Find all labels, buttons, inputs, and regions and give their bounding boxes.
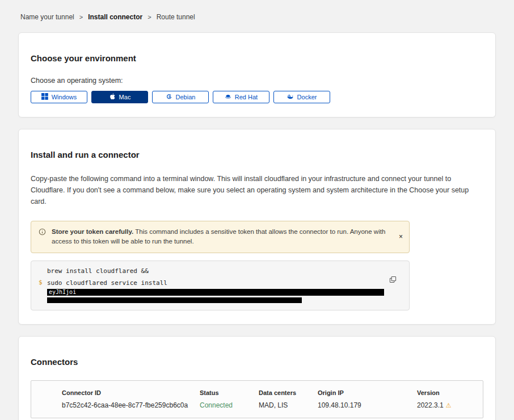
os-button-label: Red Hat <box>235 94 258 100</box>
breadcrumb-step-install-connector[interactable]: Install connector <box>88 13 142 21</box>
windows-icon <box>41 93 48 101</box>
breadcrumb-step-route-tunnel[interactable]: Route tunnel <box>157 13 195 21</box>
column-header-connector-id: Connector ID <box>62 389 200 396</box>
connectors-card-title: Connectors <box>31 357 483 367</box>
connectors-card: Connectors Connector ID b7c52c42-6caa-48… <box>18 336 496 420</box>
install-card-title: Install and run a connector <box>31 150 483 159</box>
version-warning-icon: ⚠ <box>446 402 452 409</box>
copy-icon[interactable] <box>389 276 397 285</box>
os-button-docker[interactable]: Docker <box>273 91 330 103</box>
os-button-redhat[interactable]: Red Hat <box>213 91 269 103</box>
origin-ip-value: 109.48.10.179 <box>318 401 417 409</box>
breadcrumb-separator: > <box>79 14 83 20</box>
token-prefix: eyJhIjoi <box>49 289 76 295</box>
shell-prompt: $ <box>39 279 43 286</box>
code-line-1: brew install cloudflared && <box>47 267 383 275</box>
os-button-mac[interactable]: Mac <box>91 91 148 103</box>
cell-connector-id: Connector ID b7c52c42-6caa-48ee-8c77-fbe… <box>62 389 200 409</box>
breadcrumb: Name your tunnel > Install connector > R… <box>0 0 514 21</box>
code-line-2: sudo cloudflared service install <box>47 279 383 287</box>
install-connector-card: Install and run a connector Copy-paste t… <box>18 129 496 325</box>
breadcrumb-separator: > <box>148 14 151 20</box>
os-button-label: Docker <box>297 94 317 100</box>
cell-version: Version 2022.3.1⚠ <box>417 389 477 409</box>
install-command-codeblock: $ brew install cloudflared && sudo cloud… <box>31 261 410 310</box>
cell-status: Status Connected <box>200 389 259 409</box>
os-button-windows[interactable]: Windows <box>31 91 87 103</box>
install-description: Copy-paste the following command into a … <box>31 173 483 207</box>
close-icon[interactable]: × <box>398 232 404 241</box>
os-button-label: Debian <box>176 94 196 100</box>
page: Name your tunnel > Install connector > R… <box>0 0 514 420</box>
column-header-version: Version <box>417 389 477 396</box>
cell-data-centers: Data centers MAD, LIS <box>259 389 318 409</box>
column-header-data-centers: Data centers <box>259 389 318 396</box>
os-button-label: Mac <box>119 94 131 100</box>
warning-message: Store your token carefully. This command… <box>52 227 387 247</box>
redacted-token-bar <box>47 297 302 303</box>
info-icon <box>39 228 46 238</box>
column-header-status: Status <box>200 389 259 396</box>
docker-icon <box>287 93 294 101</box>
debian-icon <box>166 93 172 101</box>
token-redacted: eyJhIjoi <box>47 289 384 296</box>
apple-icon <box>109 93 116 101</box>
version-value: 2022.3.1⚠ <box>417 401 477 409</box>
choose-environment-card: Choose your environment Choose an operat… <box>18 32 496 117</box>
cell-origin-ip: Origin IP 109.48.10.179 <box>318 389 417 409</box>
data-centers-value: MAD, LIS <box>259 401 318 409</box>
column-header-origin-ip: Origin IP <box>318 389 417 396</box>
environment-card-title: Choose your environment <box>31 53 483 63</box>
connector-id-value: b7c52c42-6caa-48ee-8c77-fbe259cb6c0a <box>62 401 200 409</box>
code-line-token-2 <box>47 296 383 304</box>
os-button-group: Windows Mac Debian Red Hat <box>31 91 483 103</box>
connectors-table: Connector ID b7c52c42-6caa-48ee-8c77-fbe… <box>31 380 483 418</box>
table-row: Connector ID b7c52c42-6caa-48ee-8c77-fbe… <box>31 381 483 418</box>
os-button-debian[interactable]: Debian <box>152 91 209 103</box>
breadcrumb-step-name-your-tunnel[interactable]: Name your tunnel <box>20 13 74 21</box>
status-badge: Connected <box>200 401 259 409</box>
os-select-label: Choose an operating system: <box>31 77 483 85</box>
warning-message-bold: Store your token carefully. <box>52 228 133 235</box>
redhat-icon <box>225 93 231 101</box>
code-line-token: eyJhIjoi <box>47 287 383 296</box>
os-button-label: Windows <box>52 94 77 100</box>
token-warning-banner: Store your token carefully. This command… <box>31 221 410 253</box>
